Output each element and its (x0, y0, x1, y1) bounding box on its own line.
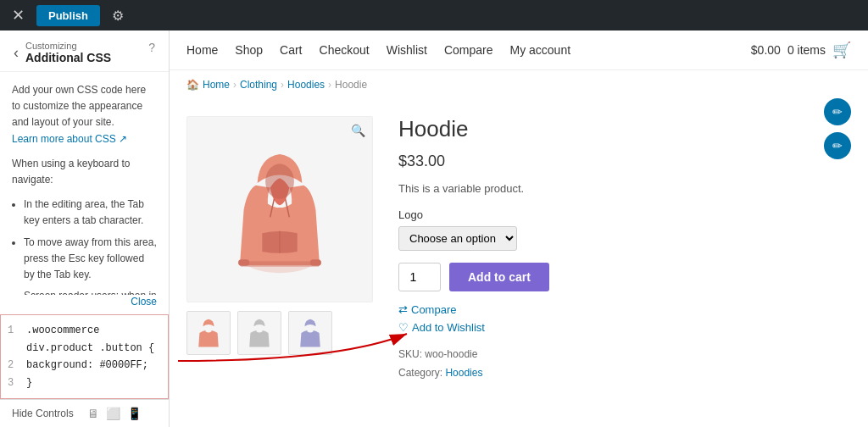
cart-amount: $0.00 (751, 43, 781, 57)
code-line-2: 2 background: #0000FF; (8, 357, 161, 374)
breadcrumb-home-icon: 🏠 (186, 79, 199, 91)
main-layout: ‹ Customizing Additional CSS ? Add your … (0, 30, 868, 427)
thumbnail-row (186, 311, 373, 355)
product-info: Hoodie $33.00 This is a variable product… (398, 116, 851, 382)
intro-text: Add your own CSS code here to customize … (12, 82, 157, 147)
compare-icon: ⇄ (398, 303, 408, 316)
breadcrumb-home[interactable]: Home (203, 79, 230, 91)
close-link-wrapper: Close (0, 295, 169, 314)
close-customizer-button[interactable]: ✕ (7, 4, 30, 26)
hoodie-illustration (220, 141, 339, 277)
cart-icon-button[interactable]: 🛒 (832, 41, 851, 59)
nav-compare[interactable]: Compare (444, 43, 493, 57)
customizing-label: Customizing (25, 41, 111, 51)
code-text-2: background: #0000FF; (26, 357, 148, 374)
compare-link[interactable]: ⇄ Compare (398, 303, 851, 316)
sidebar-header: ‹ Customizing Additional CSS ? (0, 30, 169, 72)
breadcrumb-hoodies[interactable]: Hoodies (287, 79, 325, 91)
quantity-input[interactable] (398, 263, 441, 291)
nav-shop[interactable]: Shop (235, 43, 263, 57)
section-title: Additional CSS (25, 51, 111, 64)
tip-3: Screen reader users: when in forms mode,… (24, 288, 157, 295)
edit-float-button-1[interactable]: ✏ (824, 98, 851, 125)
sidebar-title-group: Customizing Additional CSS (25, 41, 111, 64)
hide-controls-label: Hide Controls (12, 408, 74, 419)
edit-icon-1: ✏ (832, 105, 843, 119)
add-to-cart-button[interactable]: Add to cart (449, 263, 549, 291)
preview-area: Home Shop Cart Checkout Wishlist Compare… (170, 30, 868, 427)
line-num-2: 2 (8, 357, 18, 374)
css-code-editor[interactable]: 1 .woocommerce div.product .button { 2 b… (0, 314, 169, 399)
nav-wishlist[interactable]: Wishlist (387, 43, 427, 57)
nav-home[interactable]: Home (186, 43, 218, 57)
category-label: Category: (398, 367, 442, 379)
main-product-image[interactable]: 🔍 (186, 116, 373, 302)
close-link[interactable]: Close (131, 296, 157, 308)
nav-cart[interactable]: Cart (280, 43, 302, 57)
zoom-icon[interactable]: 🔍 (351, 124, 365, 137)
product-meta: SKU: woo-hoodie Category: Hoodies (398, 346, 851, 382)
mobile-view-button[interactable]: 📱 (127, 407, 142, 420)
help-button[interactable]: ? (148, 41, 155, 54)
logo-attribute-select[interactable]: Choose an option (398, 226, 517, 251)
cart-items-count: 0 items (787, 43, 826, 57)
tip-1: In the editing area, the Tab key enters … (24, 197, 157, 229)
action-links: ⇄ Compare ♡ Add to Wishlist (398, 303, 851, 334)
edit-icon-2: ✏ (832, 139, 843, 152)
site-nav: Home Shop Cart Checkout Wishlist Compare… (170, 30, 868, 70)
sku-label: SKU: (398, 348, 422, 360)
sidebar: ‹ Customizing Additional CSS ? Add your … (0, 30, 170, 427)
device-buttons: 🖥 ⬜ 📱 (87, 407, 142, 420)
publish-button[interactable]: Publish (36, 5, 100, 26)
svg-point-1 (265, 164, 294, 198)
add-to-cart-row: Add to cart (398, 263, 851, 291)
thumb-3-img (295, 316, 326, 350)
top-bar: ✕ Publish ⚙ (0, 0, 868, 30)
category-value-link[interactable]: Hoodies (445, 367, 482, 379)
line-num-3: 3 (8, 374, 18, 391)
back-button[interactable]: ‹ (14, 45, 19, 60)
nav-checkout[interactable]: Checkout (320, 43, 370, 57)
code-text-1: .woocommerce div.product .button { (26, 322, 161, 357)
code-text-3: } (26, 374, 32, 391)
heart-icon: ♡ (398, 321, 409, 334)
sidebar-content: Add your own CSS code here to customize … (0, 72, 169, 295)
keyboard-tips: In the editing area, the Tab key enters … (12, 197, 157, 295)
breadcrumb: 🏠 Home › Clothing › Hoodies › Hoodie (170, 70, 868, 99)
thumbnail-2[interactable] (237, 311, 281, 355)
code-line-1: 1 .woocommerce div.product .button { (8, 322, 161, 357)
code-line-3: 3 } (8, 374, 161, 391)
wishlist-link[interactable]: ♡ Add to Wishlist (398, 321, 851, 334)
learn-more-link[interactable]: Learn more about CSS ↗ (12, 133, 127, 145)
desktop-view-button[interactable]: 🖥 (87, 407, 99, 420)
sku-value: woo-hoodie (425, 348, 477, 360)
hide-controls-button[interactable]: Hide Controls (12, 408, 74, 419)
product-description: This is a variable product. (398, 182, 851, 195)
sidebar-bottom: Hide Controls 🖥 ⬜ 📱 (0, 399, 169, 427)
edit-float-button-2[interactable]: ✏ (824, 132, 851, 159)
breadcrumb-current: Hoodie (335, 79, 367, 91)
line-num-1: 1 (8, 322, 18, 357)
product-section: 🔍 (170, 99, 868, 399)
sidebar-header-left: ‹ Customizing Additional CSS (14, 41, 111, 64)
product-images: 🔍 (186, 116, 373, 382)
tablet-view-button[interactable]: ⬜ (106, 407, 120, 420)
thumb-2-img (244, 316, 275, 350)
svg-rect-7 (240, 261, 320, 267)
keyboard-heading: When using a keyboard to navigate: (12, 156, 157, 188)
edit-floating-buttons: ✏ ✏ (824, 98, 851, 159)
thumbnail-1[interactable] (186, 311, 231, 355)
cart-info: $0.00 0 items 🛒 (751, 41, 851, 59)
thumb-1-img (193, 316, 224, 350)
product-title: Hoodie (398, 116, 851, 142)
settings-button[interactable]: ⚙ (107, 4, 129, 27)
breadcrumb-clothing[interactable]: Clothing (240, 79, 277, 91)
thumbnail-3[interactable] (288, 311, 332, 355)
nav-my-account[interactable]: My account (510, 43, 571, 57)
tip-2: To move away from this area, press the E… (24, 235, 157, 284)
attribute-label: Logo (398, 208, 851, 221)
product-price: $33.00 (398, 152, 851, 170)
